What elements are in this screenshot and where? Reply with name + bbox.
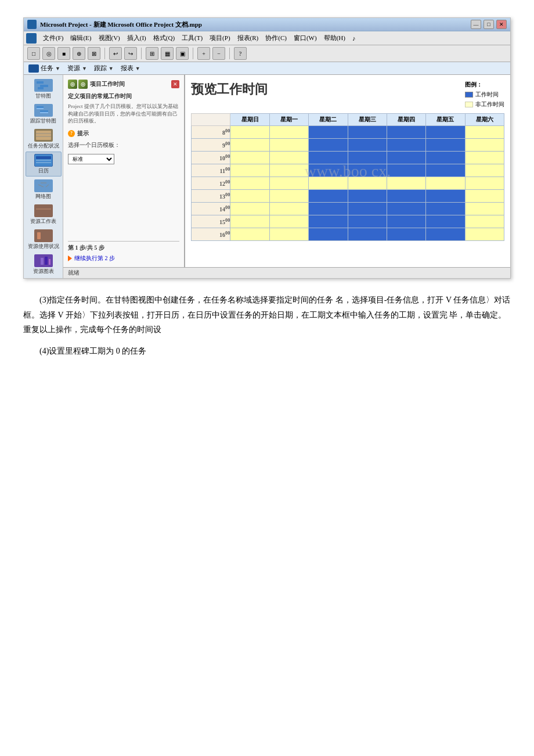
cal-cell — [465, 152, 504, 164]
view-track[interactable]: 跟踪 ▼ — [94, 64, 114, 73]
calendar-row: 1000 — [192, 152, 504, 164]
body-paragraph-1: (3)指定任务时间。在甘特图视图中创建任务，在任务名称域选择要指定时间的任务 名… — [23, 293, 511, 337]
title-bar-controls[interactable]: — □ ✕ — [471, 20, 507, 29]
cal-cell — [230, 126, 269, 139]
cal-time-label: 1100 — [192, 164, 230, 177]
menu-view[interactable]: 视图(V) — [96, 33, 123, 44]
menu-help[interactable]: 帮助(H) — [321, 33, 348, 44]
menu-file[interactable]: 文件(F) — [40, 33, 66, 44]
view-resource[interactable]: 资源 ▼ — [67, 64, 87, 73]
cal-cell — [269, 215, 308, 228]
maximize-button[interactable]: □ — [484, 20, 494, 29]
cal-header-time — [192, 114, 230, 126]
sidebar: 甘特图 跟踪甘特图 任务分配状况 — [24, 75, 63, 278]
tb-unlink[interactable]: ▦ — [161, 47, 174, 60]
tracking-gantt-icon — [34, 104, 53, 117]
svg-rect-6 — [40, 112, 48, 113]
tb-link[interactable]: ⊞ — [146, 47, 158, 60]
calendar-row: 900 — [192, 139, 504, 152]
cal-header-tue: 星期二 — [309, 114, 348, 126]
menu-project[interactable]: 项目(P) — [207, 33, 233, 44]
tb-open[interactable]: ◎ — [42, 47, 55, 60]
cal-time-label: 1000 — [192, 152, 230, 164]
sidebar-item-calendar[interactable]: 日历 — [26, 152, 62, 177]
legend-title: 图例： — [465, 81, 504, 89]
view-track-arrow[interactable]: ▼ — [109, 66, 114, 71]
cal-cell — [465, 177, 504, 190]
legend-work-label: 工作时间 — [475, 91, 499, 99]
tb-zoom-in[interactable]: + — [197, 47, 210, 60]
svg-rect-2 — [38, 87, 44, 89]
cal-cell — [465, 215, 504, 228]
view-track-label: 跟踪 — [94, 64, 107, 73]
cal-cell — [426, 203, 465, 215]
toolbar-separator-2 — [141, 48, 142, 59]
wizard-calendar-select[interactable]: 标准 — [68, 154, 114, 164]
task-view-icon — [28, 64, 39, 73]
cal-cell — [426, 177, 465, 190]
cal-cell — [348, 139, 387, 152]
view-report[interactable]: 报表 ▼ — [121, 64, 140, 73]
tb-split[interactable]: ▣ — [176, 47, 189, 60]
cal-cell — [426, 190, 465, 203]
wizard-close-button[interactable]: ✕ — [171, 80, 179, 88]
sidebar-item-resource-work[interactable]: 资源工作表 — [26, 203, 62, 226]
view-report-arrow[interactable]: ▼ — [135, 66, 140, 71]
menu-insert[interactable]: 插入(I) — [124, 33, 149, 44]
sidebar-item-tracking-gantt[interactable]: 跟踪甘特图 — [26, 102, 62, 126]
wizard-next-button[interactable]: 继续执行第 2 步 — [68, 254, 179, 262]
wizard-select-row: 选择一个日历模板： — [68, 141, 179, 149]
svg-rect-4 — [37, 108, 44, 109]
menu-bar: 文件(F) 编辑(E) 视图(V) 插入(I) 格式(Q) 工具(T) 项目(P… — [24, 31, 510, 45]
sidebar-item-chart[interactable]: 资源图表 — [26, 253, 62, 276]
cal-cell — [348, 228, 387, 241]
view-resource-arrow[interactable]: ▼ — [82, 66, 87, 71]
calendar-header-row: 星期日 星期一 星期二 星期三 星期四 星期五 星期六 — [192, 114, 504, 126]
tb-undo[interactable]: ↩ — [109, 47, 122, 60]
resource-work-icon — [34, 204, 53, 217]
wizard-icon-2: ◎ — [78, 80, 88, 89]
cal-header-fri: 星期五 — [426, 114, 465, 126]
menu-edit[interactable]: 编辑(E) — [67, 33, 94, 44]
sidebar-item-task-assign[interactable]: 任务分配状况 — [26, 127, 62, 151]
tb-help[interactable]: ? — [234, 47, 247, 60]
menu-collab[interactable]: 协作(C) — [262, 33, 290, 44]
tb-print[interactable]: ⊕ — [73, 47, 85, 60]
menu-report[interactable]: 报表(R) — [234, 33, 262, 44]
menu-extra[interactable]: ♪ — [349, 34, 359, 43]
sidebar-item-resource-use[interactable]: 资源使用状况 — [26, 228, 62, 251]
cal-cell — [309, 177, 348, 190]
legend-work-box — [465, 92, 473, 98]
svg-rect-15 — [46, 182, 50, 185]
cal-cell — [269, 190, 308, 203]
svg-rect-7 — [36, 131, 51, 140]
menu-format[interactable]: 格式(Q) — [150, 33, 178, 44]
calendar-grid: 星期日 星期一 星期二 星期三 星期四 星期五 星期六 800 — [191, 113, 504, 241]
wizard-footer: 第 1 步/共 5 步 继续执行第 2 步 — [68, 241, 179, 262]
body-text: (3)指定任务时间。在甘特图视图中创建任务，在任务名称域选择要指定时间的任务 名… — [23, 293, 511, 358]
cal-time-label: 1600 — [192, 228, 230, 241]
view-task[interactable]: 任务 ▼ — [28, 64, 60, 73]
menu-window[interactable]: 窗口(W) — [291, 33, 320, 44]
wizard-panel: ◎ ◎ 项目工作时间 ✕ 定义项目的常规工作时间 Project 提供了几个日历… — [63, 75, 510, 267]
tb-zoom-out[interactable]: − — [212, 47, 225, 60]
tb-save[interactable]: ■ — [57, 47, 70, 60]
close-button[interactable]: ✕ — [496, 20, 507, 29]
sidebar-item-gantt[interactable]: 甘特图 — [26, 77, 62, 101]
minimize-button[interactable]: — — [471, 20, 481, 29]
wizard-select-control-row[interactable]: 标准 — [68, 154, 179, 164]
sidebar-item-network[interactable]: 网络图 — [26, 178, 62, 201]
tb-redo[interactable]: ↪ — [124, 47, 137, 60]
title-bar: Microsoft Project - 新建 Microsoft Office … — [24, 18, 510, 31]
menu-tools[interactable]: 工具(T) — [179, 33, 205, 44]
cal-cell — [348, 203, 387, 215]
sidebar-label-task-assign: 任务分配状况 — [28, 143, 59, 149]
sidebar-label-tracking: 跟踪甘特图 — [30, 118, 56, 124]
tb-new[interactable]: □ — [27, 47, 40, 60]
tb-preview[interactable]: ⊠ — [88, 47, 100, 60]
cal-cell — [230, 228, 269, 241]
cal-cell — [230, 152, 269, 164]
view-task-arrow[interactable]: ▼ — [55, 66, 60, 71]
svg-rect-16 — [41, 187, 46, 190]
svg-rect-11 — [36, 156, 51, 159]
